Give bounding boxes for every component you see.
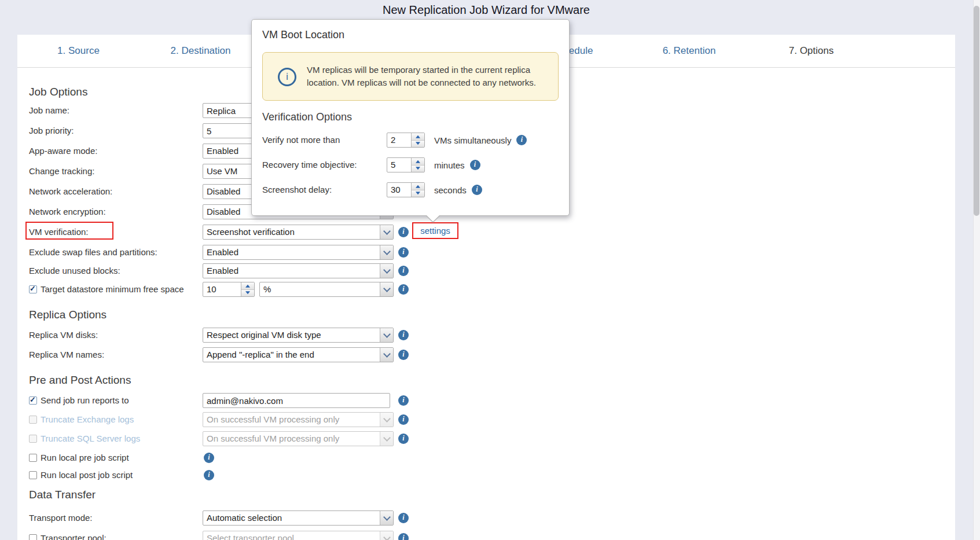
transport-mode-select[interactable]: Automatic selection bbox=[203, 510, 394, 526]
verify-count-label: Verify not more than bbox=[262, 133, 340, 148]
truncate-sql-checkbox bbox=[29, 435, 37, 443]
scrollbar-thumb[interactable] bbox=[974, 6, 979, 216]
network-acceleration-label: Network acceleration: bbox=[29, 184, 112, 199]
transport-mode-value: Automatic selection bbox=[203, 511, 380, 525]
row-target-datastore: Target datastore minimum free space 10 % bbox=[0, 282, 938, 297]
chevron-down-icon[interactable] bbox=[380, 245, 393, 259]
replica-disks-select[interactable]: Respect original VM disk type bbox=[203, 328, 394, 343]
row-replica-disks: Replica VM disks: Respect original VM di… bbox=[0, 328, 938, 343]
spin-down-button[interactable] bbox=[412, 190, 424, 197]
spin-up-button[interactable] bbox=[241, 282, 254, 289]
tab-destination[interactable]: 2. Destination bbox=[140, 35, 262, 67]
chevron-down-icon[interactable] bbox=[380, 348, 393, 362]
recovery-time-value: 5 bbox=[387, 158, 411, 172]
info-outline-icon bbox=[278, 68, 296, 86]
tab-source[interactable]: 1. Source bbox=[17, 35, 140, 67]
info-icon[interactable] bbox=[204, 453, 214, 463]
transport-mode-label: Transport mode: bbox=[29, 510, 93, 526]
send-reports-input[interactable] bbox=[203, 393, 390, 408]
replica-names-select[interactable]: Append "-replica" in the end bbox=[203, 347, 394, 362]
exclude-unused-label: Exclude unused blocks: bbox=[29, 263, 120, 278]
recovery-time-spinner[interactable]: 5 bbox=[387, 157, 425, 172]
info-icon[interactable] bbox=[398, 434, 409, 444]
row-transport-mode: Transport mode: Automatic selection bbox=[0, 510, 938, 526]
popover-arrow bbox=[426, 215, 440, 222]
info-icon[interactable] bbox=[398, 350, 409, 360]
job-name-label: Job name: bbox=[29, 103, 69, 118]
exclude-swap-select[interactable]: Enabled bbox=[203, 245, 394, 260]
run-post-script-label: Run local post job script bbox=[41, 468, 133, 483]
info-icon[interactable] bbox=[398, 227, 409, 237]
network-encryption-label: Network encryption: bbox=[29, 204, 106, 219]
replica-disks-label: Replica VM disks: bbox=[29, 328, 98, 343]
spin-up-button[interactable] bbox=[412, 158, 424, 165]
verification-options-heading: Verification Options bbox=[262, 111, 352, 123]
row-send-reports: Send job run reports to bbox=[0, 393, 938, 408]
info-icon[interactable] bbox=[204, 470, 214, 480]
row-truncate-sql: Truncate SQL Server logs On successful V… bbox=[0, 431, 938, 446]
send-reports-label: Send job run reports to bbox=[41, 393, 129, 408]
screenshot-delay-unit: seconds bbox=[434, 185, 467, 195]
send-reports-checkbox[interactable] bbox=[29, 396, 37, 405]
info-icon[interactable] bbox=[472, 185, 482, 195]
info-icon[interactable] bbox=[398, 266, 409, 276]
screenshot-delay-spinner[interactable]: 30 bbox=[387, 182, 425, 197]
scrollbar-track[interactable] bbox=[973, 0, 980, 540]
tab-options[interactable]: 7. Options bbox=[750, 35, 872, 67]
section-pre-post-actions: Pre and Post Actions bbox=[29, 374, 131, 387]
chevron-down-icon[interactable] bbox=[380, 264, 393, 278]
truncate-sql-select: On successful VM processing only bbox=[203, 431, 394, 446]
info-icon[interactable] bbox=[398, 513, 409, 523]
chevron-down-icon[interactable] bbox=[380, 225, 393, 239]
info-icon[interactable] bbox=[398, 414, 409, 425]
info-icon[interactable] bbox=[398, 284, 409, 295]
run-post-script-checkbox[interactable] bbox=[29, 471, 37, 479]
info-icon[interactable] bbox=[398, 533, 409, 540]
verify-count-unit: VMs simultaneously bbox=[434, 135, 511, 145]
target-datastore-spinner[interactable]: 10 bbox=[203, 282, 255, 297]
transporter-pool-checkbox[interactable] bbox=[29, 534, 37, 540]
info-icon[interactable] bbox=[398, 330, 409, 340]
target-datastore-unit-select[interactable]: % bbox=[259, 282, 394, 297]
truncate-exchange-checkbox bbox=[29, 416, 37, 424]
row-replica-names: Replica VM names: Append "-replica" in t… bbox=[0, 347, 938, 362]
row-truncate-exchange: Truncate Exchange logs On successful VM … bbox=[0, 412, 938, 427]
spin-down-button[interactable] bbox=[241, 289, 254, 297]
chevron-down-icon[interactable] bbox=[380, 328, 393, 342]
section-job-options: Job Options bbox=[29, 86, 87, 98]
row-exclude-unused: Exclude unused blocks: Enabled bbox=[0, 263, 938, 278]
change-tracking-label: Change tracking: bbox=[29, 164, 94, 179]
info-icon[interactable] bbox=[398, 395, 409, 406]
exclude-swap-label: Exclude swap files and partitions: bbox=[29, 245, 157, 260]
recovery-time-unit: minutes bbox=[434, 160, 465, 170]
spin-up-button[interactable] bbox=[412, 133, 424, 140]
verify-count-value: 2 bbox=[387, 133, 411, 147]
vm-verification-select[interactable]: Screenshot verification bbox=[203, 225, 394, 240]
settings-link[interactable]: settings bbox=[412, 222, 458, 239]
run-pre-script-checkbox[interactable] bbox=[29, 454, 37, 462]
spin-down-button[interactable] bbox=[412, 140, 424, 148]
section-data-transfer: Data Transfer bbox=[29, 488, 96, 501]
app-aware-label: App-aware mode: bbox=[29, 144, 97, 159]
chevron-down-icon[interactable] bbox=[380, 511, 393, 525]
window-title: New Replication Job Wizard for VMware bbox=[0, 3, 972, 17]
tab-retention[interactable]: 6. Retention bbox=[628, 35, 750, 67]
spin-up-button[interactable] bbox=[412, 183, 424, 190]
target-datastore-label: Target datastore minimum free space bbox=[41, 282, 184, 297]
truncate-exchange-value: On successful VM processing only bbox=[203, 413, 380, 427]
exclude-swap-value: Enabled bbox=[203, 245, 380, 259]
row-vm-verification: VM verification: Screenshot verification bbox=[0, 225, 938, 240]
verify-count-spinner[interactable]: 2 bbox=[387, 133, 425, 148]
target-datastore-checkbox[interactable] bbox=[29, 285, 37, 293]
chevron-down-icon bbox=[380, 432, 393, 446]
chevron-down-icon[interactable] bbox=[380, 282, 393, 296]
info-icon[interactable] bbox=[470, 160, 480, 170]
info-icon[interactable] bbox=[516, 135, 527, 145]
replica-names-label: Replica VM names: bbox=[29, 347, 104, 362]
target-datastore-unit: % bbox=[260, 282, 380, 296]
info-icon[interactable] bbox=[398, 247, 409, 258]
replica-disks-value: Respect original VM disk type bbox=[203, 328, 380, 342]
run-pre-script-label: Run local pre job script bbox=[41, 450, 129, 465]
exclude-unused-select[interactable]: Enabled bbox=[203, 263, 394, 278]
spin-down-button[interactable] bbox=[412, 165, 424, 172]
